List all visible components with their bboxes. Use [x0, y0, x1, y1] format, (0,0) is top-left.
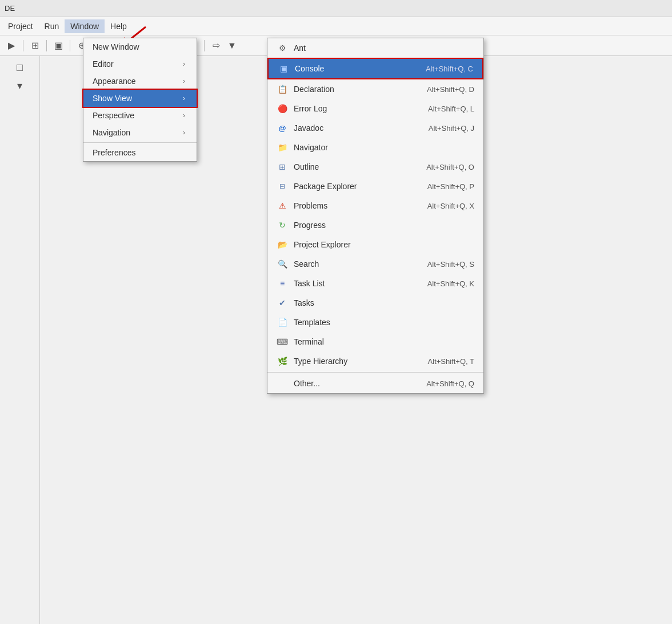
side-icon-square[interactable]: □ [10, 61, 30, 74]
sv-problems-shortcut: Alt+Shift+Q, X [427, 202, 474, 210]
pkgexplorer-icon: ⊟ [277, 181, 288, 192]
sv-outline[interactable]: ⊞ Outline Alt+Shift+Q, O [267, 157, 483, 177]
sv-javadoc-shortcut: Alt+Shift+Q, J [429, 124, 474, 133]
sv-pkgexplorer-label: Package Explorer [294, 182, 422, 191]
sv-typehierarchy-shortcut: Alt+Shift+Q, T [428, 357, 474, 366]
side-icon-down[interactable]: ▾ [10, 79, 30, 93]
progress-icon: ↻ [277, 219, 288, 231]
toolbar-btn-11[interactable]: ⇨ [209, 39, 223, 53]
show-view-submenu: ⚙ Ant ▣ Console Alt+Shift+Q, C 📋 Declara… [267, 38, 484, 394]
title-bar: DE [0, 0, 672, 17]
appearance-submenu-arrow: › [183, 77, 185, 85]
sv-outline-label: Outline [294, 162, 421, 171]
sv-tasklist-label: Task List [294, 279, 422, 288]
menu-preferences[interactable]: Preferences [83, 144, 197, 161]
terminal-icon: ⌨ [277, 336, 288, 347]
search-icon: 🔍 [277, 258, 288, 270]
declaration-icon: 📋 [277, 83, 288, 95]
templates-icon: 📄 [277, 317, 288, 328]
other-icon [277, 378, 288, 389]
menu-editor[interactable]: Editor › [83, 55, 197, 73]
sv-error-log[interactable]: 🔴 Error Log Alt+Shift+Q, L [267, 99, 483, 118]
title-text: DE [5, 4, 15, 13]
sv-outline-shortcut: Alt+Shift+Q, O [426, 163, 474, 171]
sv-problems[interactable]: ⚠ Problems Alt+Shift+Q, X [267, 196, 483, 215]
sv-pkgexplorer-shortcut: Alt+Shift+Q, P [427, 182, 474, 191]
projexplorer-icon: 📂 [277, 239, 288, 250]
sv-package-explorer[interactable]: ⊟ Package Explorer Alt+Shift+Q, P [267, 177, 483, 196]
toolbar-btn-2[interactable]: ⊞ [28, 39, 42, 53]
menu-perspective[interactable]: Perspective › [83, 107, 197, 124]
outline-icon: ⊞ [277, 161, 288, 173]
sv-problems-label: Problems [294, 201, 422, 210]
menu-help[interactable]: Help [105, 19, 133, 33]
sv-console[interactable]: ▣ Console Alt+Shift+Q, C [267, 58, 483, 79]
menu-project[interactable]: Project [2, 19, 39, 33]
sv-other-label: Other... [294, 379, 421, 388]
side-panel: □ ▾ [0, 56, 40, 624]
sv-javadoc[interactable]: @ Javadoc Alt+Shift+Q, J [267, 118, 483, 138]
toolbar-sep-3 [70, 40, 70, 51]
sv-javadoc-label: Javadoc [294, 123, 423, 133]
toolbar-btn-1[interactable]: ▶ [5, 39, 18, 53]
editor-submenu-arrow: › [183, 60, 185, 68]
tasks-icon: ✔ [277, 297, 288, 309]
sv-tasklist-shortcut: Alt+Shift+Q, K [427, 279, 474, 288]
sv-terminal-label: Terminal [294, 337, 469, 346]
sv-navigator[interactable]: 📁 Navigator [267, 138, 483, 157]
sv-templates-label: Templates [294, 318, 469, 327]
sv-tasks[interactable]: ✔ Tasks [267, 293, 483, 313]
problems-icon: ⚠ [277, 200, 288, 211]
toolbar-sep-2 [46, 40, 47, 51]
menu-bar: Project Run Window Help [0, 17, 672, 35]
menu-navigation[interactable]: Navigation › [83, 124, 197, 141]
sv-console-label: Console [295, 64, 420, 73]
sv-console-shortcut: Alt+Shift+Q, C [426, 65, 473, 73]
sv-terminal[interactable]: ⌨ Terminal [267, 332, 483, 351]
sv-progress[interactable]: ↻ Progress [267, 215, 483, 235]
menu-run[interactable]: Run [39, 19, 65, 33]
console-icon: ▣ [278, 63, 289, 74]
sv-other[interactable]: Other... Alt+Shift+Q, Q [267, 374, 483, 393]
sv-project-explorer[interactable]: 📂 Project Explorer [267, 235, 483, 254]
sv-projexplorer-label: Project Explorer [294, 240, 469, 249]
sv-navigator-label: Navigator [294, 143, 469, 152]
sv-search-label: Search [294, 259, 422, 269]
sv-declaration-label: Declaration [294, 85, 421, 94]
toolbar-sep-6 [204, 40, 205, 51]
sv-ant-label: Ant [294, 43, 469, 53]
showview-submenu-arrow: › [183, 94, 185, 102]
javadoc-icon: @ [277, 122, 288, 134]
menu-window[interactable]: Window [65, 19, 105, 33]
sv-ant[interactable]: ⚙ Ant [267, 38, 483, 58]
menu-show-view[interactable]: Show View › [82, 89, 198, 108]
toolbar-btn-3[interactable]: ▣ [51, 39, 65, 53]
sv-templates[interactable]: 📄 Templates [267, 313, 483, 332]
window-menu-sep [83, 142, 197, 143]
sv-declaration[interactable]: 📋 Declaration Alt+Shift+Q, D [267, 79, 483, 99]
navigation-submenu-arrow: › [183, 129, 185, 137]
sv-sep [267, 372, 483, 373]
sv-errorlog-label: Error Log [294, 104, 422, 113]
ant-icon: ⚙ [277, 42, 288, 54]
toolbar-sep-1 [23, 40, 23, 51]
perspective-submenu-arrow: › [183, 111, 185, 119]
sv-search-shortcut: Alt+Shift+Q, S [427, 260, 474, 269]
sv-progress-label: Progress [294, 221, 469, 230]
sv-other-shortcut: Alt+Shift+Q, Q [426, 379, 474, 388]
sv-typehierarchy-label: Type Hierarchy [294, 357, 422, 366]
sv-errorlog-shortcut: Alt+Shift+Q, L [428, 105, 474, 113]
menu-new-window[interactable]: New Window [83, 38, 197, 55]
menu-appearance[interactable]: Appearance › [83, 73, 197, 90]
toolbar-btn-12[interactable]: ▼ [225, 39, 239, 53]
sv-task-list[interactable]: ≡ Task List Alt+Shift+Q, K [267, 274, 483, 293]
errorlog-icon: 🔴 [277, 103, 288, 114]
sv-search[interactable]: 🔍 Search Alt+Shift+Q, S [267, 254, 483, 274]
window-dropdown-menu: New Window Editor › Appearance › Show Vi… [83, 38, 197, 162]
tasklist-icon: ≡ [277, 278, 288, 289]
sv-declaration-shortcut: Alt+Shift+Q, D [427, 85, 474, 94]
sv-type-hierarchy[interactable]: 🌿 Type Hierarchy Alt+Shift+Q, T [267, 351, 483, 371]
navigator-icon: 📁 [277, 142, 288, 153]
sv-tasks-label: Tasks [294, 298, 469, 307]
typehierarchy-icon: 🌿 [277, 355, 288, 367]
